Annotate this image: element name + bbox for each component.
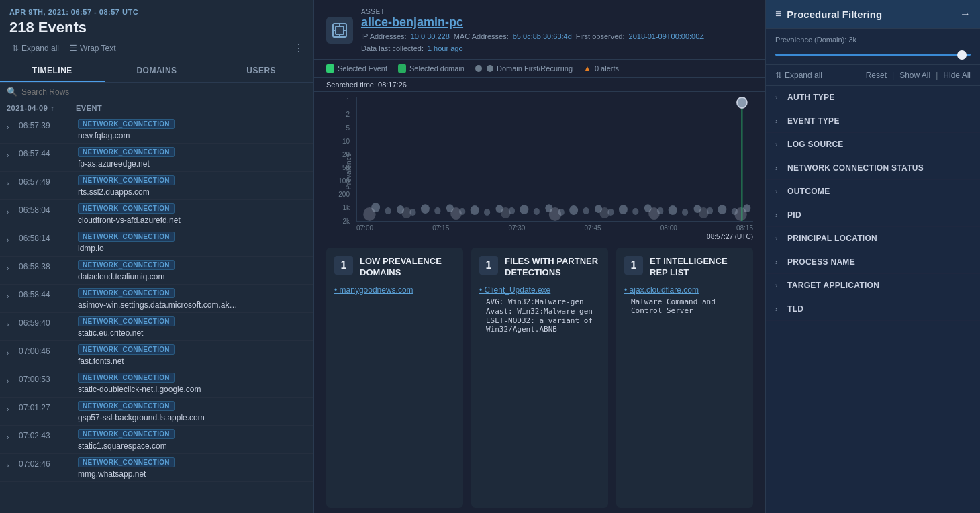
filter-item-network-connection-status[interactable]: › NETWORK CONNECTION STATUS <box>766 156 980 180</box>
svg-point-10 <box>421 204 430 214</box>
filter-item-pid[interactable]: › PID <box>766 203 980 227</box>
x-label-0730: 07:30 <box>508 224 525 232</box>
first-observed[interactable]: 2018-01-09T00:00:00Z <box>629 32 705 40</box>
svg-point-44 <box>699 207 709 218</box>
asset-header: ASSET alice-benjamin-pc IP Addresses: 10… <box>314 0 765 60</box>
x-axis: 07:00 07:15 07:30 07:45 08:00 08:15 <box>356 222 753 232</box>
search-icon: 🔍 <box>7 87 17 97</box>
expand-right-arrow[interactable]: → <box>960 8 971 20</box>
column-headers: 2021-04-09 ↑ EVENT <box>0 101 313 115</box>
svg-point-19 <box>534 208 540 215</box>
event-row[interactable]: › 06:58:38 NETWORK_CONNECTION datacloud.… <box>0 256 313 285</box>
data-collected[interactable]: 1 hour ago <box>428 44 463 52</box>
filter-item-process-name[interactable]: › PROCESS NAME <box>766 250 980 274</box>
y-axis-title: Prevalence <box>345 152 352 189</box>
filter-chevron-0: › <box>775 94 782 101</box>
domain-first-dot <box>475 65 482 72</box>
svg-point-26 <box>619 205 628 214</box>
event-row[interactable]: › 06:59:40 NETWORK_CONNECTION static.eu.… <box>0 313 313 341</box>
event-domain-10: gsp57-ssl-background.ls.apple.com <box>78 413 205 422</box>
search-input[interactable] <box>21 87 307 97</box>
event-row[interactable]: › 07:00:46 NETWORK_CONNECTION fast.fonts… <box>0 341 313 369</box>
ip-address[interactable]: 10.0.30.228 <box>411 32 450 40</box>
card-item-1-0[interactable]: • Client_Update.exe <box>479 285 600 295</box>
filter-item-principal-location[interactable]: › PRINCIPAL LOCATION <box>766 227 980 250</box>
event-time-11: 07:02:43 <box>19 428 72 440</box>
event-row[interactable]: › 06:58:04 NETWORK_CONNECTION cloudfront… <box>0 200 313 228</box>
expand-all-button[interactable]: ⇅ Expand all <box>775 71 822 80</box>
detection-card-1: 1 FILES WITH PARTNER DETECTIONS • Client… <box>471 248 608 508</box>
filter-item-auth-type[interactable]: › AUTH TYPE <box>766 86 980 109</box>
event-content-4: NETWORK_CONNECTION ldmp.io <box>78 231 307 253</box>
filter-items-list: › AUTH TYPE › EVENT TYPE › LOG SOURCE › … <box>766 86 980 513</box>
prevalence-slider[interactable] <box>775 54 971 56</box>
card-item-0-0[interactable]: • manygoodnews.com <box>334 285 455 295</box>
detection-card-2: 1 ET INTELLIGENCE REP LIST • ajax.cloudf… <box>616 248 753 508</box>
expand-arrow-9: › <box>7 377 13 385</box>
show-all-link[interactable]: Show All <box>899 71 930 80</box>
svg-point-43 <box>648 207 660 220</box>
card-header-1: 1 FILES WITH PARTNER DETECTIONS <box>479 256 600 279</box>
filter-label-8: TARGET APPLICATION <box>787 281 879 290</box>
svg-point-15 <box>484 209 490 216</box>
alerts-label: 0 alerts <box>595 64 619 73</box>
expand-all-button[interactable]: ⇅ Expand all <box>9 42 62 54</box>
event-badge-5: NETWORK_CONNECTION <box>78 260 175 270</box>
reset-link[interactable]: Reset <box>866 71 887 80</box>
event-content-3: NETWORK_CONNECTION cloudfront-vs-afd.azu… <box>78 203 307 225</box>
data-collected-label: Data last collected: <box>361 44 424 52</box>
event-content-2: NETWORK_CONNECTION rts.ssl2.duapps.com <box>78 175 307 197</box>
col-date-header[interactable]: 2021-04-09 ↑ <box>7 104 70 112</box>
event-row[interactable]: › 06:57:49 NETWORK_CONNECTION rts.ssl2.d… <box>0 172 313 200</box>
event-row[interactable]: › 07:01:27 NETWORK_CONNECTION gsp57-ssl-… <box>0 398 313 426</box>
event-content-6: NETWORK_CONNECTION asimov-win.settings.d… <box>78 287 307 310</box>
filter-item-event-type[interactable]: › EVENT TYPE <box>766 109 980 133</box>
more-options-button[interactable]: ⋮ <box>293 42 304 54</box>
expand-all-label: Expand all <box>21 44 59 53</box>
left-panel: APR 9TH, 2021: 06:57 - 08:57 UTC 218 Eve… <box>0 0 314 513</box>
event-badge-2: NETWORK_CONNECTION <box>78 175 175 185</box>
mac-address[interactable]: b5:0c:8b:30:63:4d <box>513 32 572 40</box>
card-item-2-0[interactable]: • ajax.cloudflare.com <box>624 285 745 295</box>
expand-arrow-7: › <box>7 321 13 328</box>
expand-all-label: Expand all <box>785 71 822 80</box>
filter-item-target-application[interactable]: › TARGET APPLICATION <box>766 274 980 297</box>
tab-users[interactable]: USERS <box>209 60 313 82</box>
toolbar: ⇅ Expand all ☰ Wrap Text ⋮ <box>9 42 304 54</box>
event-time-6: 06:58:44 <box>19 287 72 299</box>
event-row[interactable]: › 06:57:39 NETWORK_CONNECTION new.fqtag.… <box>0 115 313 144</box>
hide-all-link[interactable]: Hide All <box>943 71 971 80</box>
event-time-0: 06:57:39 <box>19 118 72 130</box>
filter-item-outcome[interactable]: › OUTCOME <box>766 180 980 203</box>
tab-domains[interactable]: DOMAINS <box>105 60 209 82</box>
event-time-2: 06:57:49 <box>19 175 72 187</box>
filter-item-log-source[interactable]: › LOG SOURCE <box>766 133 980 156</box>
asset-name[interactable]: alice-benjamin-pc <box>361 15 753 30</box>
chart-area: 1 2 5 10 20 50 100 200 1k 2k Prevalence <box>314 92 765 248</box>
filter-label-2: LOG SOURCE <box>787 140 844 149</box>
filter-label-5: PID <box>787 210 801 220</box>
filter-item-tld[interactable]: › TLD <box>766 297 980 321</box>
event-time-4: 06:58:14 <box>19 231 72 243</box>
event-time-9: 07:00:53 <box>19 372 72 384</box>
event-row[interactable]: › 06:57:44 NETWORK_CONNECTION fp-as.azur… <box>0 144 313 172</box>
search-container[interactable]: 🔍 <box>7 87 307 97</box>
event-badge-4: NETWORK_CONNECTION <box>78 232 175 242</box>
tab-timeline[interactable]: TIMELINE <box>0 60 105 82</box>
wrap-text-label: Wrap Text <box>80 44 116 53</box>
event-time-12: 07:02:46 <box>19 457 72 469</box>
event-row[interactable]: › 07:02:43 NETWORK_CONNECTION static1.sq… <box>0 426 313 454</box>
asset-label: ASSET <box>361 8 753 15</box>
event-row[interactable]: › 07:00:53 NETWORK_CONNECTION static-dou… <box>0 369 313 398</box>
event-time-10: 07:01:27 <box>19 400 72 412</box>
event-row[interactable]: › 06:58:44 NETWORK_CONNECTION asimov-win… <box>0 285 313 313</box>
domain-recurring-dot <box>487 65 493 72</box>
legend-domain-first: Domain First/Recurring <box>475 64 573 73</box>
filter-label-4: OUTCOME <box>787 187 830 196</box>
event-row[interactable]: › 07:02:46 NETWORK_CONNECTION mmg.whatsa… <box>0 454 313 482</box>
asset-info: ASSET alice-benjamin-pc IP Addresses: 10… <box>361 8 753 52</box>
y-label-1: 1 <box>346 97 350 105</box>
expand-arrow-5: › <box>7 265 13 272</box>
event-row[interactable]: › 06:58:14 NETWORK_CONNECTION ldmp.io <box>0 228 313 256</box>
wrap-text-button[interactable]: ☰ Wrap Text <box>67 42 119 54</box>
